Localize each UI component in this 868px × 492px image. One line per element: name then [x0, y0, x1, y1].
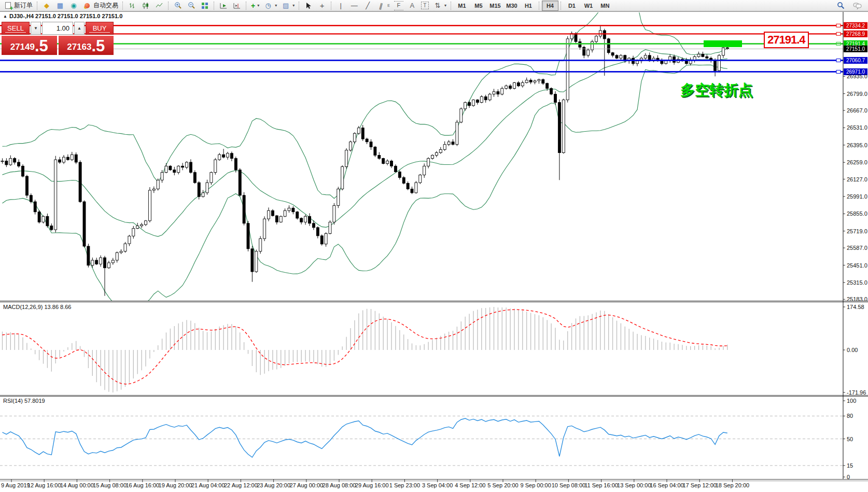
panel-divider[interactable] — [0, 394, 868, 397]
bar-chart-button[interactable] — [125, 1, 139, 11]
timeframe-button-m1[interactable]: M1 — [454, 1, 470, 11]
zoom-in-button[interactable] — [171, 1, 185, 11]
toolbar-separator — [122, 2, 123, 10]
navigator-button[interactable]: ◉ — [67, 1, 80, 11]
candle — [186, 162, 188, 167]
toolbar-separator — [246, 2, 247, 10]
fibonacci-button[interactable]: F — [392, 1, 405, 11]
candle — [472, 100, 475, 106]
candle — [329, 222, 331, 233]
price-callout-box[interactable]: 27191.4 — [764, 32, 809, 48]
timeframe-button-m30[interactable]: M30 — [503, 1, 520, 11]
sell-price-tile[interactable]: 27149.5 — [2, 36, 57, 55]
candle — [218, 154, 221, 160]
candle — [312, 223, 315, 228]
candle — [673, 57, 676, 62]
one-click-panel-arrow-icon[interactable]: ▲ — [3, 14, 7, 19]
hline-handle[interactable] — [836, 59, 841, 62]
text-button[interactable]: A — [405, 1, 419, 11]
periods-button[interactable]: ◷▾ — [261, 1, 279, 11]
candle — [271, 210, 274, 216]
candlestick-button[interactable] — [139, 1, 152, 11]
symbols-icon: ◆ — [42, 2, 51, 10]
hline-handle[interactable] — [836, 32, 841, 35]
candle — [452, 142, 454, 145]
arrows-button[interactable]: ⇅▾ — [431, 1, 449, 11]
candle — [87, 246, 90, 265]
horizontal-line-button[interactable]: — — [347, 1, 361, 11]
new-order-button[interactable]: 新订单 — [1, 1, 35, 11]
candle — [141, 224, 143, 226]
vertical-line-button[interactable]: | — [334, 1, 347, 11]
hline-handle[interactable] — [836, 70, 841, 73]
time-tick-label: 17 Sep 12:00 — [682, 482, 716, 488]
timeframe-button-mn[interactable]: MN — [597, 1, 613, 11]
candle — [464, 103, 467, 109]
chat-button[interactable] — [850, 1, 864, 11]
candle — [493, 92, 495, 94]
candle — [42, 216, 45, 222]
autotrading-button[interactable]: 自动交易 — [80, 1, 120, 11]
timeframe-button-h1[interactable]: H1 — [520, 1, 537, 11]
trendline-button[interactable]: ╱ — [361, 1, 374, 11]
price-tick-label: 25991.0 — [847, 193, 867, 200]
hline-handle[interactable] — [836, 24, 841, 27]
panel-divider[interactable] — [0, 300, 868, 303]
sell-button[interactable]: SELL — [2, 22, 30, 35]
chart-canvas[interactable]: 27334.227268.927191.427060.726971.027151… — [0, 0, 868, 492]
crosshair-button[interactable]: + — [315, 1, 329, 11]
candle — [488, 94, 491, 100]
mt4-window: 新订单 ◆ ▦ ◉ 自动交易 +▾ ◷▾ ▨▾ + | — ╱ ∥E F A — [0, 0, 868, 492]
price-tick-label: 26531.0 — [847, 124, 867, 131]
candle — [525, 80, 528, 83]
tile-windows-button[interactable] — [198, 1, 212, 11]
indicators-button[interactable]: +▾ — [249, 1, 261, 11]
candle — [259, 238, 262, 251]
candle — [5, 161, 8, 165]
data-window-button[interactable]: ▦ — [53, 1, 67, 11]
zoom-out-button[interactable] — [185, 1, 198, 11]
time-tick-label: 16 Aug 16:00 — [125, 482, 159, 488]
timeframe-button-m5[interactable]: M5 — [470, 1, 487, 11]
candle — [447, 142, 450, 145]
symbols-button[interactable]: ◆ — [40, 1, 53, 11]
cursor-button[interactable] — [302, 1, 315, 11]
volume-input[interactable]: 1.00 — [42, 22, 73, 35]
buy-button[interactable]: BUY — [86, 22, 114, 35]
price-tick-label: 25587.0 — [847, 245, 867, 251]
time-tick-label: 16 Sep 04:00 — [650, 482, 683, 488]
timeframe-button-w1[interactable]: W1 — [580, 1, 597, 11]
search-button[interactable] — [834, 1, 847, 11]
time-tick-label: 9 Aug 2019 — [1, 482, 30, 488]
candle — [456, 122, 458, 145]
time-tick-label: 9 Sep 00:00 — [521, 482, 551, 488]
buy-price-tile[interactable]: 27163.5 — [59, 36, 114, 55]
sell-price-fraction: .5 — [35, 38, 48, 54]
channel-button[interactable]: ∥E — [374, 1, 392, 11]
candle — [325, 233, 327, 244]
green-zone-rectangle[interactable] — [704, 40, 742, 47]
candle — [415, 182, 417, 193]
templates-button[interactable]: ▨▾ — [279, 1, 297, 11]
candle — [234, 159, 237, 170]
text-icon: A — [408, 2, 417, 10]
timeframe-button-d1[interactable]: D1 — [564, 1, 580, 11]
candle — [366, 139, 368, 142]
candle — [534, 81, 536, 82]
price-tick-label: 25315.0 — [847, 279, 867, 286]
volume-step-down-button[interactable]: ▼ — [31, 22, 41, 35]
chart-shift-button[interactable] — [230, 1, 244, 11]
buy-price-fraction: .5 — [91, 38, 105, 54]
text-label-button[interactable]: T — [419, 1, 431, 11]
turning-point-annotation[interactable]: 多空转折点 — [680, 80, 753, 100]
fibonacci-icon: F — [394, 1, 403, 10]
candle — [320, 236, 323, 244]
price-tick-label: 25451.0 — [847, 262, 867, 269]
auto-scroll-button[interactable] — [217, 1, 230, 11]
candle — [268, 210, 270, 219]
timeframe-button-h4[interactable]: H4 — [542, 1, 558, 11]
line-chart-button[interactable] — [152, 1, 166, 11]
volume-step-up-button[interactable]: ▲ — [74, 22, 85, 35]
autotrading-label: 自动交易 — [93, 1, 118, 10]
timeframe-button-m15[interactable]: M15 — [487, 1, 503, 11]
